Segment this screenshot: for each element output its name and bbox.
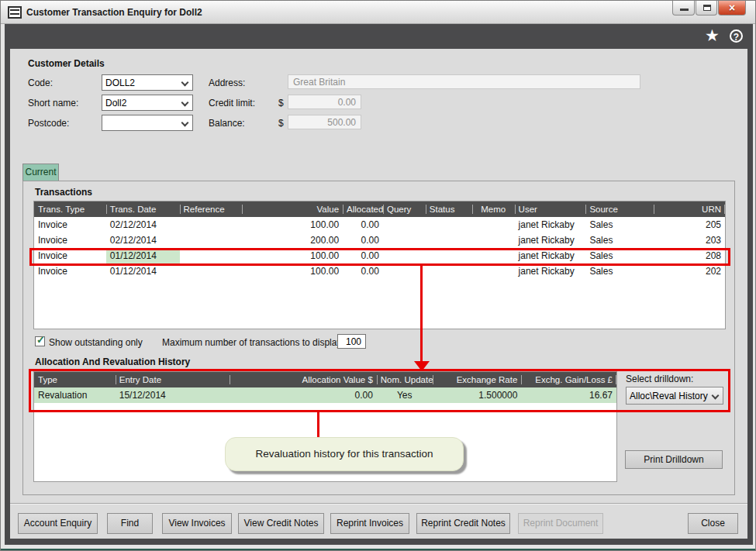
cell: 01/12/2014 [106,248,180,263]
address-field: Great Britain [288,74,640,89]
annotation-callout: Revaluation history for this transaction [225,437,464,471]
short-name-value: Doll2 [105,98,126,108]
find-button[interactable]: Find [107,513,153,534]
cell: Sales [585,263,654,279]
code-combobox[interactable]: DOLL2 [102,74,193,91]
help-icon[interactable]: ? [730,29,743,43]
transactions-row[interactable]: Invoice02/12/2014200.000.00janet Rickaby… [34,232,725,248]
column-header-allocated[interactable]: Allocated [343,201,383,217]
select-drilldown-value: Alloc\Reval History [630,391,708,401]
column-header-exchange-rate[interactable]: Exchange Rate [433,372,522,387]
reprint-invoices-button[interactable]: Reprint Invoices [330,513,409,534]
cell: Sales [585,232,654,248]
chevron-down-icon [181,119,189,127]
view-credit-notes-button[interactable]: View Credit Notes [238,513,324,534]
view-invoices-button[interactable]: View Invoices [162,513,232,534]
cell: 0.00 [343,248,383,263]
allocation-history-title: Allocation And Revaluation History [35,356,190,367]
column-header-query[interactable]: Query [383,201,426,217]
cell [472,232,515,248]
transactions-header: Trans. TypeTrans. DateReferenceValueAllo… [34,201,725,217]
credit-limit-label: Credit limit: [209,98,255,108]
address-value: Great Britain [293,77,345,88]
column-header-user[interactable]: User [515,201,586,217]
minimize-icon [680,9,689,11]
minimize-button[interactable] [672,1,695,15]
footer-divider [10,503,747,504]
cell [180,263,243,279]
column-header-urn[interactable]: URN [654,201,725,217]
short-name-label: Short name: [28,98,78,108]
balance-value: 500.00 [327,117,356,128]
column-header-exchg-gain-loss[interactable]: Exchg. Gain/Loss £ [521,372,616,387]
show-outstanding-checkbox[interactable]: ✓ [35,336,45,346]
cell [180,232,243,248]
postcode-label: Postcode: [28,118,69,129]
credit-limit-field: 0.00 [288,95,361,109]
column-header-type[interactable]: Type [34,372,116,387]
column-header-memo[interactable]: Memo [472,201,515,217]
account-enquiry-button[interactable]: Account Enquiry [18,513,98,534]
column-header-reference[interactable]: Reference [180,201,243,217]
credit-limit-currency: $ [278,98,284,108]
show-outstanding-label: Show outstanding only [49,337,143,348]
chevron-down-icon [181,79,189,87]
cell: Revaluation [34,387,116,403]
cell: 0.00 [343,263,383,279]
column-header-status[interactable]: Status [426,201,472,217]
select-drilldown-label: Select drilldown: [626,374,693,384]
postcode-combobox[interactable] [102,115,193,131]
cell: 01/12/2014 [106,263,180,279]
cell: janet Rickaby [515,248,586,263]
cell [180,217,243,232]
cell [426,248,472,263]
close-button[interactable]: × [718,1,746,15]
column-header-source[interactable]: Source [585,201,654,217]
transactions-body: Invoice02/12/2014100.000.00janet Rickaby… [34,217,725,279]
code-label: Code: [28,77,53,88]
favorite-star-icon[interactable]: ★ [705,26,720,45]
allocation-history-row[interactable]: Revaluation15/12/20140.00Yes1.50000016.6… [34,387,616,403]
cell: 02/12/2014 [106,232,180,248]
cell: 02/12/2014 [106,217,180,232]
title-bar: Customer Transaction Enquiry for Doll2 × [1,1,756,24]
chevron-down-icon [712,392,720,400]
balance-label: Balance: [209,118,245,129]
column-header-entry-date[interactable]: Entry Date [116,372,230,387]
cell: 100.00 [242,217,343,232]
application-window: Customer Transaction Enquiry for Doll2 ×… [0,0,756,551]
column-header-trans-date[interactable]: Trans. Date [106,201,180,217]
short-name-combobox[interactable]: Doll2 [102,95,193,111]
cell: 16.67 [521,387,616,403]
transactions-row[interactable]: Invoice01/12/2014100.000.00janet Rickaby… [34,248,725,263]
cell: 202 [654,263,725,279]
window-title: Customer Transaction Enquiry for Doll2 [26,7,202,18]
transactions-table: Trans. TypeTrans. DateReferenceValueAllo… [33,201,726,329]
column-header-trans-type[interactable]: Trans. Type [34,201,106,217]
cell: 205 [654,217,725,232]
code-value: DOLL2 [105,77,135,88]
cell [383,263,426,279]
transactions-row[interactable]: Invoice02/12/2014100.000.00janet Rickaby… [34,217,725,232]
maximize-button[interactable] [696,1,717,15]
tab-current[interactable]: Current [22,164,59,181]
column-header-allocation-value[interactable]: Allocation Value $ [230,372,376,387]
max-transactions-input[interactable]: 100 [337,334,366,349]
column-header-value[interactable]: Value [242,201,343,217]
select-drilldown-dropdown[interactable]: Alloc\Reval History [626,387,723,405]
maximize-icon [703,5,711,11]
cell: 15/12/2014 [116,387,230,403]
column-header-nom-updated[interactable]: Nom. Updated [377,372,433,387]
transactions-row[interactable]: Invoice01/12/2014100.000.00janet Rickaby… [34,263,725,279]
cell: janet Rickaby [515,217,586,232]
close-button[interactable]: Close [688,513,738,534]
cell [426,263,472,279]
cell [472,263,515,279]
cell [472,217,515,232]
cell: 203 [654,232,725,248]
cell: 100.00 [242,263,343,279]
print-drilldown-button[interactable]: Print Drilldown [625,450,723,469]
cell: Yes [377,387,433,403]
address-label: Address: [209,77,245,88]
reprint-credit-notes-button[interactable]: Reprint Credit Notes [416,513,510,534]
